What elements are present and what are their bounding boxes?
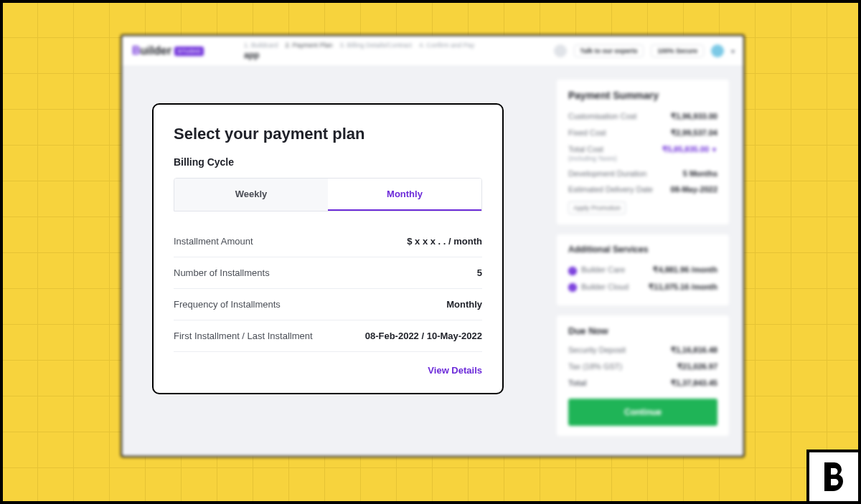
detail-label: Installment Amount xyxy=(174,236,253,247)
due-label: Tax (18% GST) xyxy=(568,362,622,371)
talk-to-experts-button[interactable]: Talk to our experts xyxy=(574,44,644,57)
summary-value: ₹5,85,835.00 xyxy=(662,145,709,153)
summary-value: ₹2,99,537.04 xyxy=(671,128,718,138)
check-icon[interactable]: ✓ xyxy=(568,267,577,275)
service-row: ✓Builder Care ₹4,881.96 /month xyxy=(568,262,718,279)
summary-row-duration: Development Duration 5 Months xyxy=(568,166,718,181)
logo-badge: STUDIO xyxy=(174,47,204,56)
detail-value: 08-Feb-2022 / 10-May-2022 xyxy=(365,331,482,341)
apply-promotion-button[interactable]: Apply Promotion xyxy=(568,201,626,214)
due-row-tax: Tax (18% GST) ₹21,026.97 xyxy=(568,358,718,375)
titlebar-right: Talk to our experts 100% Secure ▾ xyxy=(545,44,743,57)
summary-row-delivery: Estimated Delivery Date 08-May-2022 xyxy=(568,181,718,197)
summary-label: Total Cost xyxy=(568,145,603,153)
service-name: Builder Cloud xyxy=(581,282,629,291)
b-logo-icon xyxy=(822,462,845,491)
row-installment-amount: Installment Amount $ x x x . . / month xyxy=(174,226,482,257)
detail-value: $ x x x . . / month xyxy=(407,236,482,247)
check-icon[interactable]: ✓ xyxy=(568,283,577,292)
modal-title: Select your payment plan xyxy=(174,125,482,143)
due-value: ₹1,37,843.45 xyxy=(671,379,718,388)
titlebar: Builder STUDIO 1. Buildcard 2. Payment P… xyxy=(122,36,743,67)
billing-cycle-label: Billing Cycle xyxy=(174,156,482,168)
view-details-link[interactable]: View Details xyxy=(174,352,482,376)
app-name: app xyxy=(244,50,538,60)
breadcrumb: 1. Buildcard 2. Payment Plan 3. Billing … xyxy=(237,36,545,66)
service-name: Builder Care xyxy=(581,265,625,274)
payment-plan-modal: Select your payment plan Billing Cycle W… xyxy=(152,103,504,394)
service-price: ₹11,075.16 /month xyxy=(649,282,718,293)
payment-summary-title: Payment Summary xyxy=(568,90,718,101)
detail-label: Frequency of Installments xyxy=(174,299,281,310)
additional-services-card: Additional Services ✓Builder Care ₹4,881… xyxy=(557,234,729,305)
chevron-down-icon[interactable]: ▾ xyxy=(731,47,735,55)
detail-label: First Installment / Last Installment xyxy=(174,331,313,341)
secure-badge: 100% Secure xyxy=(651,44,704,57)
service-price: ₹4,881.96 /month xyxy=(653,265,718,275)
continue-button[interactable]: Continue xyxy=(568,399,718,426)
summary-value: 5 Months xyxy=(683,169,718,178)
due-value: ₹21,026.97 xyxy=(677,362,718,371)
service-row: ✓Builder Cloud ₹11,075.16 /month xyxy=(568,279,718,296)
billing-cycle-tabs: Weekly Monthly xyxy=(174,178,482,211)
due-label: Total xyxy=(568,379,586,388)
summary-sublabel: (Including Taxes) xyxy=(568,155,617,162)
additional-services-title: Additional Services xyxy=(568,244,718,255)
chevron-down-icon[interactable]: ▼ xyxy=(711,146,718,153)
detail-label: Number of Installments xyxy=(174,267,270,278)
summary-row-fixed: Fixed Cost ₹2,99,537.04 xyxy=(568,125,718,141)
summary-row-total: Total Cost (Including Taxes) ₹5,85,835.0… xyxy=(568,141,718,166)
summary-label: Estimated Delivery Date xyxy=(568,185,653,194)
due-now-card: Due Now Security Deposit ₹1,16,816.48 Ta… xyxy=(557,315,729,436)
summary-value: 08-May-2022 xyxy=(671,185,718,194)
breadcrumb-step-1[interactable]: 1. Buildcard xyxy=(244,42,278,49)
summary-label: Fixed Cost xyxy=(568,128,606,138)
summary-label: Development Duration xyxy=(568,169,646,178)
payment-summary-card: Payment Summary Customisation Cost ₹1,96… xyxy=(557,80,729,224)
due-row-total: Total ₹1,37,843.45 xyxy=(568,375,718,391)
row-frequency: Frequency of Installments Monthly xyxy=(174,289,482,320)
row-first-last-installment: First Installment / Last Installment 08-… xyxy=(174,320,482,352)
breadcrumb-step-4[interactable]: 4. Confirm and Pay xyxy=(419,42,474,49)
detail-value: 5 xyxy=(477,267,482,278)
logo: Builder STUDIO xyxy=(122,36,237,66)
due-value: ₹1,16,816.48 xyxy=(671,346,718,355)
due-row-deposit: Security Deposit ₹1,16,816.48 xyxy=(568,342,718,358)
user-avatar-icon[interactable] xyxy=(711,44,724,57)
expert-avatar-icon xyxy=(554,44,567,57)
due-label: Security Deposit xyxy=(568,346,626,355)
tab-monthly[interactable]: Monthly xyxy=(328,179,481,211)
summary-label: Customisation Cost xyxy=(568,112,636,121)
breadcrumb-step-3[interactable]: 3. Billing Details/Contract xyxy=(340,42,413,49)
summary-row-customisation: Customisation Cost ₹1,96,933.00 xyxy=(568,108,718,125)
logo-text: uilder xyxy=(141,44,172,57)
breadcrumb-step-2[interactable]: 2. Payment Plan xyxy=(286,42,333,49)
tab-weekly[interactable]: Weekly xyxy=(174,179,328,211)
summary-value: ₹1,96,933.00 xyxy=(671,112,718,121)
due-now-title: Due Now xyxy=(568,325,718,336)
corner-logo xyxy=(806,450,858,501)
row-number-installments: Number of Installments 5 xyxy=(174,257,482,289)
detail-value: Monthly xyxy=(446,299,482,310)
